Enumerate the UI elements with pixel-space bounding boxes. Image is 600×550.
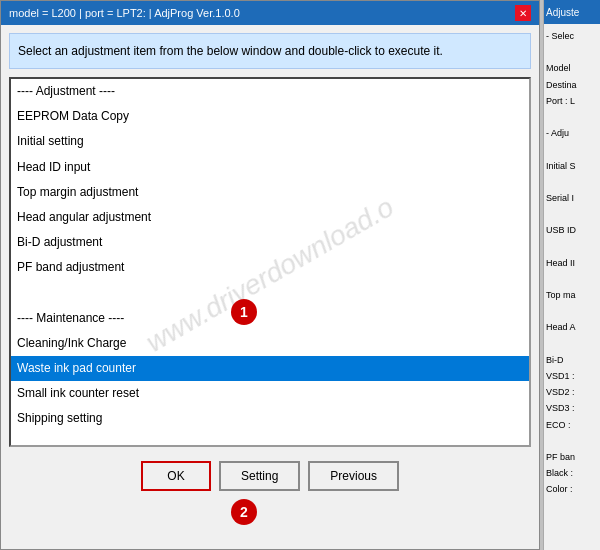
adjustment-list[interactable]: ---- Adjustment ---- EEPROM Data Copy In… <box>9 77 531 447</box>
ok-button[interactable]: OK <box>141 461 211 491</box>
button-row: OK Setting Previous <box>1 455 539 497</box>
rp-port: Port : L <box>546 93 598 109</box>
rp-color: Color : <box>546 481 598 497</box>
rp-blank2 <box>546 109 598 125</box>
rp-serial: Serial I <box>546 190 598 206</box>
right-panel: Adjuste - Selec Model Destina Port : L -… <box>543 0 600 550</box>
rp-destina: Destina <box>546 77 598 93</box>
rp-blank4 <box>546 174 598 190</box>
spacer-2 <box>11 432 529 447</box>
list-item-head-angular[interactable]: Head angular adjustment <box>11 205 529 230</box>
rp-vsd2: VSD2 : <box>546 384 598 400</box>
list-item-shipping[interactable]: Shipping setting <box>11 406 529 431</box>
list-item-eeprom-copy[interactable]: EEPROM Data Copy <box>11 104 529 129</box>
badge-2: 2 <box>231 499 257 525</box>
rp-blank10 <box>546 433 598 449</box>
close-button[interactable]: ✕ <box>515 5 531 21</box>
rp-blank3 <box>546 141 598 157</box>
rp-initial: Initial S <box>546 158 598 174</box>
badge-1: 1 <box>231 299 257 325</box>
rp-heada: Head A <box>546 319 598 335</box>
right-panel-title: Adjuste <box>544 0 600 24</box>
rp-blank1 <box>546 44 598 60</box>
list-item-bid[interactable]: Bi-D adjustment <box>11 230 529 255</box>
list-item-cleaning[interactable]: Cleaning/Ink Charge <box>11 331 529 356</box>
rp-topma: Top ma <box>546 287 598 303</box>
rp-model: Model <box>546 60 598 76</box>
rp-black: Black : <box>546 465 598 481</box>
rp-blank5 <box>546 206 598 222</box>
rp-blank8 <box>546 303 598 319</box>
rp-blank6 <box>546 238 598 254</box>
rp-usbid: USB ID <box>546 222 598 238</box>
list-item-top-margin[interactable]: Top margin adjustment <box>11 180 529 205</box>
rp-vsd3: VSD3 : <box>546 400 598 416</box>
right-panel-content: - Selec Model Destina Port : L - Adju In… <box>544 24 600 501</box>
rp-adju: - Adju <box>546 125 598 141</box>
title-bar-text: model = L200 | port = LPT2: | AdjProg Ve… <box>9 7 240 19</box>
spacer-1 <box>11 281 529 306</box>
rp-blank7 <box>546 271 598 287</box>
rp-vsd1: VSD1 : <box>546 368 598 384</box>
rp-eco: ECO : <box>546 417 598 433</box>
instruction-text: Select an adjustment item from the below… <box>18 44 443 58</box>
list-item-waste-ink[interactable]: Waste ink pad counter <box>11 356 529 381</box>
list-item-pf-band[interactable]: PF band adjustment <box>11 255 529 280</box>
setting-button[interactable]: Setting <box>219 461 300 491</box>
list-item-head-id[interactable]: Head ID input <box>11 155 529 180</box>
section-adjustment: ---- Adjustment ---- <box>11 79 529 104</box>
rp-blank9 <box>546 336 598 352</box>
title-bar: model = L200 | port = LPT2: | AdjProg Ve… <box>1 1 539 25</box>
section-maintenance: ---- Maintenance ---- <box>11 306 529 331</box>
list-item-initial-setting[interactable]: Initial setting <box>11 129 529 154</box>
rp-headii: Head II <box>546 255 598 271</box>
previous-button[interactable]: Previous <box>308 461 399 491</box>
rp-pfban: PF ban <box>546 449 598 465</box>
instruction-box: Select an adjustment item from the below… <box>9 33 531 69</box>
rp-bid: Bi-D <box>546 352 598 368</box>
list-item-small-ink[interactable]: Small ink counter reset <box>11 381 529 406</box>
rp-select: - Selec <box>546 28 598 44</box>
